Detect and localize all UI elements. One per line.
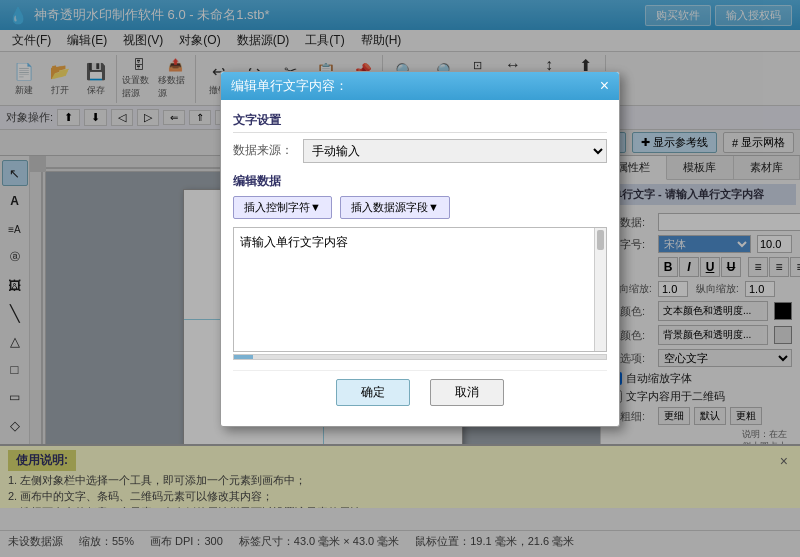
dlg-datasource-row: 数据来源： 手动输入 数据源字段 系统变量: [233, 139, 607, 163]
dlg-cancel-btn[interactable]: 取消: [430, 379, 504, 406]
dlg-progress: [233, 354, 607, 360]
dlg-edit-data: 编辑数据 插入控制字符▼ 插入数据源字段▼ 请输入单行文字内容: [233, 173, 607, 360]
dlg-footer: 确定 取消: [233, 370, 607, 414]
dialog-title: 编辑单行文字内容：: [231, 77, 348, 95]
dlg-insert-row: 插入控制字符▼ 插入数据源字段▼: [233, 196, 607, 219]
dlg-datasource-label: 数据来源：: [233, 142, 303, 159]
dialog-overlay[interactable]: 编辑单行文字内容： × 文字设置 数据来源： 手动输入 数据源字段 系统变量 编…: [0, 0, 800, 557]
dialog-close-btn[interactable]: ×: [600, 78, 609, 94]
dlg-text-settings: 文字设置 数据来源： 手动输入 数据源字段 系统变量: [233, 112, 607, 163]
dlg-scrollbar[interactable]: [594, 228, 606, 351]
dlg-datasource-select[interactable]: 手动输入 数据源字段 系统变量: [303, 139, 607, 163]
insert-control-btn[interactable]: 插入控制字符▼: [233, 196, 332, 219]
insert-field-btn[interactable]: 插入数据源字段▼: [340, 196, 450, 219]
dialog-title-bar: 编辑单行文字内容： ×: [221, 72, 619, 100]
dlg-text-settings-title: 文字设置: [233, 112, 607, 133]
dialog: 编辑单行文字内容： × 文字设置 数据来源： 手动输入 数据源字段 系统变量 编…: [220, 71, 620, 427]
dlg-textarea[interactable]: 请输入单行文字内容: [234, 228, 606, 348]
dlg-ok-btn[interactable]: 确定: [336, 379, 410, 406]
dialog-body: 文字设置 数据来源： 手动输入 数据源字段 系统变量 编辑数据 插入控制字符▼: [221, 100, 619, 426]
dlg-edit-title: 编辑数据: [233, 173, 607, 190]
dlg-textarea-container: 请输入单行文字内容: [233, 227, 607, 352]
